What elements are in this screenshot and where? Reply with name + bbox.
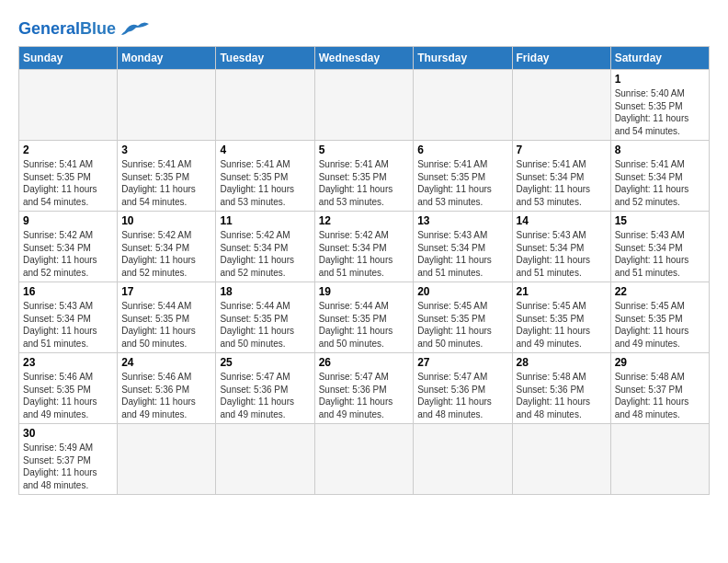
day-info: Sunrise: 5:44 AMSunset: 5:35 PMDaylight:… <box>319 300 410 350</box>
weekday-header-saturday: Saturday <box>610 47 709 70</box>
calendar-cell <box>610 424 709 495</box>
calendar-week-row: 16Sunrise: 5:43 AMSunset: 5:34 PMDayligh… <box>19 282 710 353</box>
weekday-header-thursday: Thursday <box>414 47 512 70</box>
day-number: 5 <box>319 144 410 156</box>
day-number: 10 <box>121 214 211 227</box>
day-info: Sunrise: 5:41 AMSunset: 5:35 PMDaylight:… <box>121 158 211 208</box>
day-number: 21 <box>517 285 607 298</box>
calendar-cell: 1Sunrise: 5:40 AMSunset: 5:35 PMDaylight… <box>610 70 709 141</box>
calendar-cell: 30Sunrise: 5:49 AMSunset: 5:37 PMDayligh… <box>19 424 118 495</box>
calendar-cell: 26Sunrise: 5:47 AMSunset: 5:36 PMDayligh… <box>314 353 414 424</box>
calendar-cell <box>19 70 118 141</box>
logo: GeneralBlue <box>18 18 151 39</box>
day-info: Sunrise: 5:48 AMSunset: 5:37 PMDaylight:… <box>615 371 705 420</box>
day-info: Sunrise: 5:41 AMSunset: 5:34 PMDaylight:… <box>517 158 607 208</box>
calendar-cell: 29Sunrise: 5:48 AMSunset: 5:37 PMDayligh… <box>610 353 709 424</box>
day-info: Sunrise: 5:42 AMSunset: 5:34 PMDaylight:… <box>23 229 113 279</box>
calendar-cell: 25Sunrise: 5:47 AMSunset: 5:36 PMDayligh… <box>216 353 314 424</box>
calendar-week-row: 1Sunrise: 5:40 AMSunset: 5:35 PMDaylight… <box>19 70 710 141</box>
calendar-cell: 6Sunrise: 5:41 AMSunset: 5:35 PMDaylight… <box>414 141 512 212</box>
day-info: Sunrise: 5:46 AMSunset: 5:36 PMDaylight:… <box>121 371 211 420</box>
day-info: Sunrise: 5:45 AMSunset: 5:35 PMDaylight:… <box>417 300 507 350</box>
day-number: 8 <box>615 144 705 156</box>
calendar-cell <box>314 424 414 495</box>
weekday-header-monday: Monday <box>118 47 216 70</box>
calendar-cell: 8Sunrise: 5:41 AMSunset: 5:34 PMDaylight… <box>610 141 709 212</box>
logo-general: General <box>18 19 80 38</box>
calendar-header-row: SundayMondayTuesdayWednesdayThursdayFrid… <box>19 47 710 70</box>
calendar-cell: 4Sunrise: 5:41 AMSunset: 5:35 PMDaylight… <box>216 141 314 212</box>
day-info: Sunrise: 5:43 AMSunset: 5:34 PMDaylight:… <box>23 300 113 350</box>
day-number: 28 <box>517 356 607 369</box>
calendar-cell: 11Sunrise: 5:42 AMSunset: 5:34 PMDayligh… <box>216 212 314 282</box>
day-info: Sunrise: 5:40 AMSunset: 5:35 PMDaylight:… <box>615 87 705 137</box>
calendar-cell <box>314 70 414 141</box>
calendar-cell <box>512 70 610 141</box>
day-number: 29 <box>615 356 705 369</box>
calendar-cell: 14Sunrise: 5:43 AMSunset: 5:34 PMDayligh… <box>512 212 610 282</box>
day-info: Sunrise: 5:42 AMSunset: 5:34 PMDaylight:… <box>121 229 211 279</box>
calendar-week-row: 9Sunrise: 5:42 AMSunset: 5:34 PMDaylight… <box>19 212 710 282</box>
calendar: SundayMondayTuesdayWednesdayThursdayFrid… <box>18 46 710 495</box>
calendar-cell: 15Sunrise: 5:43 AMSunset: 5:34 PMDayligh… <box>610 212 709 282</box>
calendar-cell <box>512 424 610 495</box>
logo-blue: Blue <box>80 19 116 38</box>
day-info: Sunrise: 5:47 AMSunset: 5:36 PMDaylight:… <box>220 371 310 420</box>
day-number: 30 <box>23 427 113 440</box>
calendar-cell: 27Sunrise: 5:47 AMSunset: 5:36 PMDayligh… <box>414 353 512 424</box>
day-number: 25 <box>220 356 310 369</box>
calendar-cell: 16Sunrise: 5:43 AMSunset: 5:34 PMDayligh… <box>19 282 118 353</box>
calendar-cell <box>414 424 512 495</box>
day-info: Sunrise: 5:48 AMSunset: 5:36 PMDaylight:… <box>517 371 607 420</box>
calendar-cell: 10Sunrise: 5:42 AMSunset: 5:34 PMDayligh… <box>118 212 216 282</box>
calendar-cell: 5Sunrise: 5:41 AMSunset: 5:35 PMDaylight… <box>314 141 414 212</box>
day-info: Sunrise: 5:41 AMSunset: 5:35 PMDaylight:… <box>220 158 310 208</box>
day-number: 9 <box>23 214 113 227</box>
day-number: 11 <box>220 214 310 227</box>
calendar-week-row: 30Sunrise: 5:49 AMSunset: 5:37 PMDayligh… <box>19 424 710 495</box>
day-number: 4 <box>220 144 310 156</box>
day-info: Sunrise: 5:43 AMSunset: 5:34 PMDaylight:… <box>417 229 507 279</box>
calendar-cell: 13Sunrise: 5:43 AMSunset: 5:34 PMDayligh… <box>414 212 512 282</box>
day-number: 16 <box>23 285 113 298</box>
weekday-header-tuesday: Tuesday <box>216 47 314 70</box>
day-info: Sunrise: 5:46 AMSunset: 5:35 PMDaylight:… <box>23 371 113 420</box>
header: GeneralBlue <box>18 15 710 39</box>
calendar-week-row: 23Sunrise: 5:46 AMSunset: 5:35 PMDayligh… <box>19 353 710 424</box>
weekday-header-sunday: Sunday <box>19 47 118 70</box>
day-info: Sunrise: 5:43 AMSunset: 5:34 PMDaylight:… <box>615 229 705 279</box>
day-number: 7 <box>517 144 607 156</box>
weekday-header-friday: Friday <box>512 47 610 70</box>
calendar-cell: 18Sunrise: 5:44 AMSunset: 5:35 PMDayligh… <box>216 282 314 353</box>
day-info: Sunrise: 5:45 AMSunset: 5:35 PMDaylight:… <box>517 300 607 350</box>
calendar-cell: 12Sunrise: 5:42 AMSunset: 5:34 PMDayligh… <box>314 212 414 282</box>
day-number: 1 <box>615 73 705 86</box>
day-info: Sunrise: 5:42 AMSunset: 5:34 PMDaylight:… <box>319 229 410 279</box>
calendar-cell: 7Sunrise: 5:41 AMSunset: 5:34 PMDaylight… <box>512 141 610 212</box>
calendar-cell: 19Sunrise: 5:44 AMSunset: 5:35 PMDayligh… <box>314 282 414 353</box>
day-number: 19 <box>319 285 410 298</box>
day-number: 15 <box>615 214 705 227</box>
day-number: 24 <box>121 356 211 369</box>
day-info: Sunrise: 5:41 AMSunset: 5:35 PMDaylight:… <box>417 158 507 208</box>
calendar-cell <box>216 424 314 495</box>
day-info: Sunrise: 5:41 AMSunset: 5:35 PMDaylight:… <box>319 158 410 208</box>
calendar-cell: 21Sunrise: 5:45 AMSunset: 5:35 PMDayligh… <box>512 282 610 353</box>
calendar-cell: 20Sunrise: 5:45 AMSunset: 5:35 PMDayligh… <box>414 282 512 353</box>
calendar-cell <box>118 70 216 141</box>
day-number: 12 <box>319 214 410 227</box>
day-info: Sunrise: 5:45 AMSunset: 5:35 PMDaylight:… <box>615 300 705 350</box>
day-number: 23 <box>23 356 113 369</box>
calendar-week-row: 2Sunrise: 5:41 AMSunset: 5:35 PMDaylight… <box>19 141 710 212</box>
day-info: Sunrise: 5:47 AMSunset: 5:36 PMDaylight:… <box>417 371 507 420</box>
calendar-cell: 24Sunrise: 5:46 AMSunset: 5:36 PMDayligh… <box>118 353 216 424</box>
day-info: Sunrise: 5:49 AMSunset: 5:37 PMDaylight:… <box>23 442 113 491</box>
day-number: 22 <box>615 285 705 298</box>
logo-text: GeneralBlue <box>18 20 116 37</box>
day-number: 2 <box>23 144 113 156</box>
day-number: 20 <box>417 285 507 298</box>
weekday-header-wednesday: Wednesday <box>314 47 414 70</box>
calendar-cell <box>118 424 216 495</box>
day-info: Sunrise: 5:43 AMSunset: 5:34 PMDaylight:… <box>517 229 607 279</box>
calendar-cell: 17Sunrise: 5:44 AMSunset: 5:35 PMDayligh… <box>118 282 216 353</box>
